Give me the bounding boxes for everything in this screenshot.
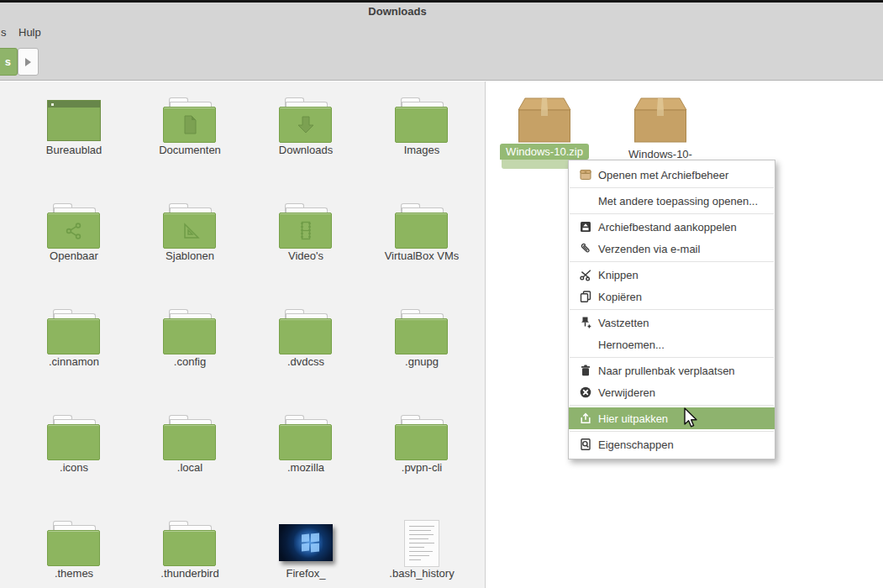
file-item-selected[interactable]: Windows-10.zip bbox=[486, 93, 602, 169]
arrow-right-icon bbox=[25, 58, 31, 66]
file-label: .bash_history bbox=[364, 567, 480, 580]
window-title: Downloads bbox=[313, 5, 481, 18]
file-label: Video's bbox=[248, 249, 364, 262]
text-file-icon bbox=[404, 520, 439, 567]
file-item[interactable]: Sjablonen bbox=[132, 199, 248, 262]
file-label: .dvdcss bbox=[248, 355, 364, 368]
file-label: Firefox_ bbox=[248, 567, 364, 580]
file-label-selected: Windows-10.zip bbox=[500, 144, 589, 160]
folder-icon bbox=[395, 414, 449, 461]
menu-item-copy[interactable]: Kopiëren bbox=[569, 286, 775, 307]
menu-item-cut[interactable]: Knippen bbox=[569, 264, 775, 286]
folder-share-icon bbox=[47, 202, 101, 249]
file-item[interactable]: VirtualBox VMs bbox=[364, 199, 480, 262]
menu-item-extract-here[interactable]: Hier uitpakken bbox=[569, 407, 775, 429]
extract-icon bbox=[578, 412, 592, 425]
copy-icon bbox=[578, 290, 592, 303]
file-item[interactable]: .local bbox=[132, 411, 248, 474]
menu-item-rename[interactable]: Hernoemen... bbox=[569, 333, 775, 355]
menu-item-open-with-archive-manager[interactable]: Openen met Archiefbeheer bbox=[569, 164, 775, 186]
file-item[interactable]: Bureaublad bbox=[16, 93, 132, 156]
file-item[interactable]: Windows-10- bbox=[602, 93, 718, 160]
mouse-cursor-icon bbox=[683, 407, 700, 433]
file-label: .config bbox=[132, 355, 248, 368]
menu-separator bbox=[570, 213, 774, 214]
file-label: .cinnamon bbox=[16, 355, 132, 368]
file-item[interactable]: .cinnamon bbox=[16, 305, 132, 368]
folder-icon bbox=[163, 520, 217, 567]
file-item[interactable]: .icons bbox=[16, 411, 132, 474]
folder-icon bbox=[163, 414, 217, 461]
file-item[interactable]: .mozilla bbox=[248, 411, 364, 474]
folder-icon bbox=[395, 97, 449, 144]
nemo-file-manager-window: { "window": { "title": "Downloads" }, "m… bbox=[0, 0, 883, 588]
file-label: Documenten bbox=[132, 144, 248, 156]
file-item[interactable]: Documenten bbox=[132, 93, 248, 156]
mount-archive-icon bbox=[578, 220, 592, 234]
file-item[interactable]: Firefox_ bbox=[248, 517, 364, 580]
folder-downloads-icon bbox=[279, 97, 333, 144]
menu-item-open-with-other[interactable]: Met andere toepassing openen... bbox=[569, 190, 775, 212]
menu-item-mount-archive[interactable]: Archiefbestand aankoppelen bbox=[569, 216, 775, 238]
image-thumbnail-icon bbox=[279, 524, 333, 561]
archive-manager-icon bbox=[578, 168, 592, 181]
paperclip-icon bbox=[578, 242, 592, 255]
file-label: .mozilla bbox=[248, 461, 364, 474]
window-chrome: Downloads s Hulp s bbox=[0, 3, 883, 81]
file-item[interactable]: .dvdcss bbox=[248, 305, 364, 368]
file-item[interactable]: .gnupg bbox=[364, 305, 480, 368]
file-item[interactable]: Images bbox=[364, 93, 480, 156]
menu-item-delete[interactable]: Verwijderen bbox=[569, 381, 775, 403]
file-item[interactable]: .pvpn-cli bbox=[364, 411, 480, 474]
file-label: Bureaublad bbox=[16, 144, 132, 156]
pin-plus-icon bbox=[578, 316, 592, 329]
file-item[interactable]: .themes bbox=[16, 517, 132, 580]
menu-separator bbox=[570, 431, 774, 432]
archive-box-icon bbox=[518, 97, 571, 144]
file-item[interactable]: .thunderbird bbox=[132, 517, 248, 580]
path-expand-button[interactable] bbox=[18, 48, 39, 76]
folder-icon bbox=[47, 308, 101, 355]
folder-icon bbox=[395, 308, 449, 355]
menu-item-send-email[interactable]: Verzenden via e-mail bbox=[569, 238, 775, 260]
folder-videos-icon bbox=[279, 202, 333, 249]
menubar-item-partial[interactable]: s bbox=[1, 26, 7, 39]
menu-separator bbox=[570, 261, 774, 262]
folder-icon bbox=[47, 520, 101, 567]
context-menu: Openen met Archiefbeheer Met andere toep… bbox=[568, 160, 775, 459]
file-item[interactable]: .bash_history bbox=[364, 517, 480, 580]
menu-item-properties[interactable]: Eigenschappen bbox=[569, 433, 775, 455]
delete-circle-icon bbox=[578, 386, 592, 399]
archive-box-icon bbox=[633, 97, 687, 144]
menu-separator bbox=[570, 405, 774, 406]
menubar-item-help[interactable]: Hulp bbox=[18, 26, 41, 39]
file-item[interactable]: Video's bbox=[248, 199, 364, 262]
file-item[interactable]: Downloads bbox=[248, 93, 364, 156]
file-label: .pvpn-cli bbox=[364, 461, 480, 474]
folder-icon bbox=[163, 308, 217, 355]
trash-icon bbox=[578, 364, 592, 377]
folder-templates-icon bbox=[163, 202, 217, 249]
folder-icon bbox=[47, 414, 101, 461]
menu-item-move-to-trash[interactable]: Naar prullenbak verplaatsen bbox=[569, 360, 775, 381]
file-label: Downloads bbox=[248, 144, 364, 156]
menu-separator bbox=[570, 187, 774, 188]
file-label: .themes bbox=[16, 567, 132, 580]
menu-item-pin[interactable]: Vastzetten bbox=[569, 312, 775, 333]
file-label: VirtualBox VMs bbox=[364, 249, 480, 262]
folder-documents-icon bbox=[163, 97, 217, 144]
file-label: Sjablonen bbox=[132, 249, 248, 262]
properties-icon bbox=[578, 438, 592, 451]
file-label: .icons bbox=[16, 461, 132, 474]
file-label: .gnupg bbox=[364, 355, 480, 368]
file-label: .local bbox=[132, 461, 248, 474]
folder-icon bbox=[279, 308, 333, 355]
desktop-icon bbox=[47, 100, 101, 141]
file-item[interactable]: Openbaar bbox=[16, 199, 132, 262]
folder-icon bbox=[395, 202, 449, 249]
scissors-icon bbox=[578, 268, 592, 281]
folder-icon bbox=[279, 414, 333, 461]
file-label: .thunderbird bbox=[132, 567, 248, 580]
file-item[interactable]: .config bbox=[132, 305, 248, 368]
breadcrumb-button[interactable]: s bbox=[0, 48, 18, 76]
